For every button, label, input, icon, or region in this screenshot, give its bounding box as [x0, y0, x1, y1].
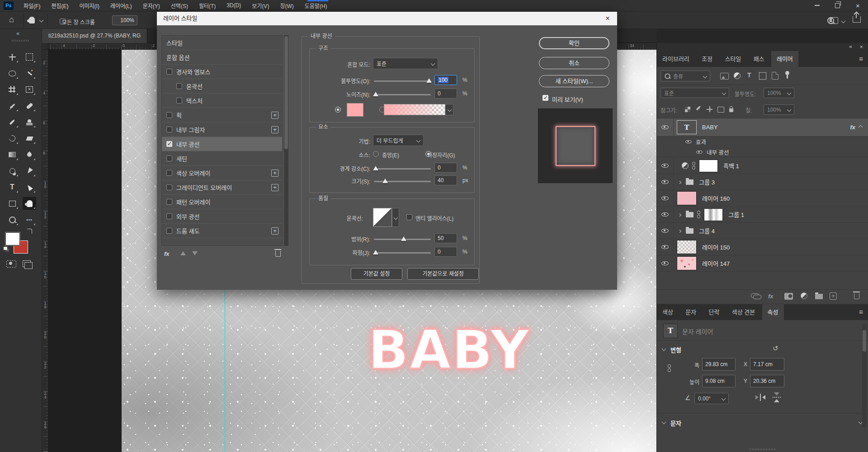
- dodge-tool[interactable]: [5, 165, 19, 177]
- layer-thumbnail-flower[interactable]: [677, 256, 697, 270]
- tab-adjustments[interactable]: 조정: [696, 51, 718, 67]
- fx-menu-icon[interactable]: fx: [164, 250, 170, 257]
- menu-type[interactable]: 문자(Y): [137, 2, 165, 9]
- tab-paragraph[interactable]: 단락: [703, 304, 725, 320]
- layer-name[interactable]: BABY: [702, 124, 718, 131]
- properties-panel-menu-icon[interactable]: ≡: [859, 308, 863, 315]
- scrollbar-thumb[interactable]: [863, 330, 866, 352]
- width-field[interactable]: 29.83 cm: [702, 358, 736, 371]
- type-tool[interactable]: T: [5, 181, 19, 193]
- eye-icon[interactable]: [685, 140, 692, 144]
- checkbox[interactable]: [166, 184, 172, 190]
- text-layer-thumbnail[interactable]: T: [677, 120, 697, 134]
- add-layer-style-icon[interactable]: fx: [768, 293, 774, 300]
- reset-default-button[interactable]: 기본값으로 재설정: [407, 268, 479, 280]
- styles-scrollbar[interactable]: [284, 35, 288, 246]
- lasso-tool[interactable]: [5, 67, 19, 80]
- slice-tool[interactable]: ×: [23, 83, 36, 96]
- layer-name[interactable]: 그룹 3: [699, 178, 715, 186]
- collapse-toolbar-icon[interactable]: «: [16, 30, 19, 37]
- menu-help[interactable]: 도움말(H): [299, 2, 333, 9]
- layer-name[interactable]: 레이어 147: [702, 259, 730, 268]
- mask-link-icon[interactable]: [692, 162, 696, 170]
- guide-line[interactable]: [225, 290, 225, 452]
- checkbox[interactable]: [176, 98, 182, 104]
- collapse-effects-icon[interactable]: [859, 125, 863, 130]
- layer-name[interactable]: 레이어 160: [702, 194, 730, 202]
- jitter-slider-thumb[interactable]: [373, 250, 378, 254]
- visibility-cell[interactable]: [657, 174, 674, 190]
- tab-properties[interactable]: 속성: [762, 304, 784, 320]
- style-item-inner-glow[interactable]: 내부 광선: [162, 137, 282, 151]
- style-item-blending-options[interactable]: 혼합 옵션: [162, 50, 282, 65]
- checkbox[interactable]: [166, 141, 172, 147]
- dialog-title-bar[interactable]: 레이어 스타일 ×: [157, 12, 617, 25]
- new-group-icon[interactable]: [815, 294, 823, 299]
- style-item-outer-glow[interactable]: 외부 광선: [162, 209, 282, 224]
- style-item-bevel-emboss[interactable]: 경사와 엠보스: [162, 65, 282, 79]
- visibility-cell[interactable]: [657, 158, 674, 174]
- menu-filter[interactable]: 필터(T): [193, 2, 221, 9]
- range-slider-thumb[interactable]: [401, 236, 406, 241]
- group-mask-thumbnail[interactable]: [704, 208, 723, 221]
- source-center-radio[interactable]: [373, 151, 379, 157]
- angle-combo[interactable]: 0.00°: [694, 393, 729, 404]
- link-layers-icon[interactable]: [751, 293, 759, 298]
- layer-row-group1[interactable]: › 그룹 1: [657, 207, 868, 223]
- lock-position-icon[interactable]: [707, 106, 712, 112]
- styles-scrollbar-thumb[interactable]: [284, 36, 288, 149]
- group-expand-icon[interactable]: ›: [679, 178, 681, 186]
- layer-name[interactable]: 그룹 4: [699, 226, 715, 235]
- layer-name[interactable]: 그룹 1: [728, 210, 744, 219]
- menu-layer[interactable]: 레이어(L): [105, 2, 137, 9]
- quick-mask-icon[interactable]: [6, 260, 16, 268]
- screen-mode-icon[interactable]: [23, 260, 31, 267]
- add-instance-icon[interactable]: +: [271, 112, 278, 119]
- flip-horizontal-icon[interactable]: [755, 394, 765, 401]
- add-instance-icon[interactable]: +: [271, 227, 278, 235]
- stamp-tool[interactable]: [23, 116, 36, 128]
- visibility-cell[interactable]: [657, 223, 674, 239]
- checkbox[interactable]: [166, 69, 172, 75]
- style-item-satin[interactable]: 새틴: [162, 151, 282, 166]
- filter-shape-icon[interactable]: [759, 72, 766, 80]
- move-effect-down-icon[interactable]: [192, 251, 198, 255]
- hand-tool-options-icon[interactable]: [29, 17, 35, 24]
- checkbox[interactable]: [166, 228, 172, 234]
- more-tools[interactable]: •••: [23, 213, 36, 226]
- filter-adjustment-icon[interactable]: [734, 72, 741, 79]
- style-item-drop-shadow[interactable]: 드롭 섀도+: [162, 224, 282, 238]
- group-expand-icon[interactable]: ›: [679, 227, 681, 235]
- collapse-panels-icon[interactable]: «: [849, 43, 852, 50]
- lock-all-icon[interactable]: [729, 108, 733, 112]
- choke-slider-thumb[interactable]: [373, 166, 378, 170]
- healing-brush-tool[interactable]: [23, 99, 36, 112]
- size-slider-thumb[interactable]: [382, 179, 388, 183]
- dialog-close-button[interactable]: ×: [598, 12, 617, 25]
- panel-resize-grip[interactable]: [750, 448, 776, 450]
- history-brush-tool[interactable]: [5, 132, 19, 145]
- ruler-corner[interactable]: [42, 43, 48, 50]
- jitter-slider[interactable]: [374, 252, 431, 254]
- opacity-slider[interactable]: [374, 80, 431, 82]
- layer-thumbnail-checker[interactable]: [677, 240, 697, 254]
- workspace-dropdown-icon[interactable]: [841, 19, 846, 24]
- crop-tool[interactable]: [5, 83, 19, 96]
- opacity-slider-thumb[interactable]: [426, 78, 432, 83]
- set-default-button[interactable]: 기본값 설정: [351, 268, 402, 280]
- home-button[interactable]: ⌂: [9, 15, 14, 24]
- eraser-tool[interactable]: [23, 132, 36, 145]
- menu-edit[interactable]: 편집(E): [46, 2, 74, 9]
- filter-type-layer-icon[interactable]: T: [747, 71, 751, 79]
- menu-window[interactable]: 창(W): [274, 2, 299, 9]
- noise-field[interactable]: 0: [434, 89, 457, 99]
- hand-tool[interactable]: [23, 197, 36, 210]
- checkbox[interactable]: [166, 170, 172, 176]
- ok-button[interactable]: 확인: [539, 37, 609, 49]
- zoom-level-field[interactable]: 100%: [112, 15, 137, 25]
- properties-scrollbar[interactable]: [862, 324, 867, 428]
- document-tab[interactable]: ti219a32510.psd @ 27.7% (BABY, RG: [42, 29, 147, 43]
- layers-panel-menu-icon[interactable]: ≡: [859, 55, 863, 62]
- cancel-button[interactable]: 취소: [539, 57, 609, 69]
- transform-collapse-icon[interactable]: [662, 347, 666, 351]
